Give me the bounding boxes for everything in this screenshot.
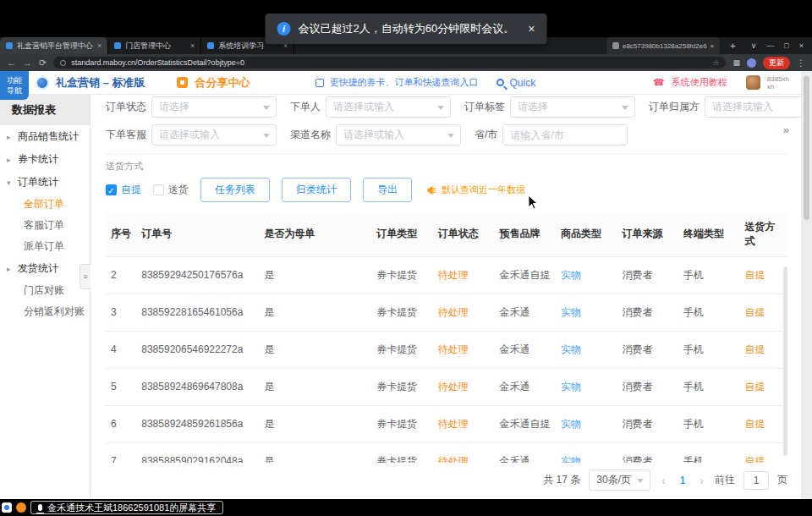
filter-order-tag: 订单标签 请选择 [464, 96, 635, 118]
sidebar-item-store-reconcile[interactable]: 门店对账 [0, 280, 90, 301]
export-button[interactable]: 导出 [363, 178, 412, 202]
tab-close-icon[interactable]: × [190, 41, 195, 50]
sidebar-item-goods-stats[interactable]: ▸ 商品销售统计 [0, 125, 90, 148]
new-tab-button[interactable]: + [723, 37, 742, 54]
pickup-checkbox[interactable]: ✓ 自提 [106, 183, 141, 197]
task-list-button[interactable]: 任务列表 [200, 178, 270, 202]
app-header: 礼盒营销 – 标准版 合分享中心 更快捷的券卡、订单和快递查询入口 Quick … [0, 71, 801, 95]
table-scrollbar[interactable] [783, 266, 787, 456]
toast-text: 会议已超过2人，自动转为60分钟限时会议。 [299, 21, 515, 36]
window-controls: ∨ — □ × [743, 37, 812, 54]
sidebar-item-coupon-stats[interactable]: ▸ 券卡统计 [0, 148, 90, 171]
province-city-input[interactable] [502, 124, 628, 145]
tab-favicon [114, 42, 121, 49]
table-row[interactable]: 483859206546922272a 是券卡提货 待处理金禾通 实物消费者 手… [106, 331, 787, 368]
maximize-icon[interactable]: □ [784, 41, 788, 50]
page-size-select[interactable]: 30条/页 [589, 469, 650, 491]
browser-menu-icon[interactable]: ⋮ [797, 58, 805, 68]
site-info-icon[interactable] [60, 60, 66, 66]
header-right: ☎ 系统使用教程 8385xh xh [653, 75, 789, 91]
chevron-down-icon [437, 106, 444, 110]
caret-right-icon: ▸ [7, 156, 14, 164]
quick-entry: 更快捷的券卡、订单和快递查询入口 Quick [315, 76, 535, 89]
browser-tab-2[interactable]: 门店管理中心 × [108, 37, 201, 54]
browser-update-button[interactable]: 更新 [763, 57, 790, 69]
share-center-icon [177, 77, 188, 88]
meeting-app-icon[interactable] [16, 502, 26, 513]
table-header-row: 序号 订单号 是否为母单 订单类型 订单状态 预售品牌 商品类型 订单来源 终端… [106, 212, 787, 256]
service-agent-select[interactable]: 请选择或输入 [151, 124, 277, 145]
table-row[interactable]: 383859228165461056a 是券卡提货 待处理金禾通 实物消费者 手… [106, 294, 787, 331]
info-icon: i [277, 22, 291, 36]
caret-down-icon: ▾ [7, 178, 14, 187]
forward-icon[interactable]: → [23, 58, 32, 68]
megaphone-icon [427, 185, 437, 195]
col-order-no: 订单号 [136, 212, 259, 256]
goto-page-input[interactable] [743, 471, 769, 490]
channel-select[interactable]: 请选择或输入 [336, 124, 461, 145]
sidebar-item-rebate-reconcile[interactable]: 分销返利对账 [0, 301, 90, 322]
page-number[interactable]: 1 [677, 475, 689, 486]
col-order-type: 订单类型 [371, 212, 433, 256]
prev-page-icon[interactable]: ‹ [659, 474, 668, 487]
table-row[interactable]: 783858859029162048a 是券卡提货 待处理金禾通 实物消费者 手… [106, 442, 787, 463]
minimize-icon[interactable]: — [766, 41, 774, 50]
page-unit: 页 [777, 473, 787, 487]
goto-label: 前往 [715, 473, 735, 487]
screen-share-indicator[interactable]: 金禾通技术王斌18662591081的屏幕共享 [30, 501, 223, 514]
order-status-select[interactable]: 请选择 [151, 96, 277, 118]
tutorial-link[interactable]: 系统使用教程 [672, 76, 727, 89]
orderer-select[interactable]: 请选择或输入 [326, 96, 451, 118]
url-bar[interactable]: standard.maboy.cn/OrderStatisticsDetail?… [53, 57, 726, 69]
checkbox-empty-icon [153, 184, 164, 195]
category-stats-button[interactable]: 归类统计 [282, 178, 351, 202]
brand-title: 礼盒营销 – 标准版 [56, 75, 145, 91]
browser-profile-avatar[interactable] [747, 58, 756, 68]
table-row[interactable]: 683858924859261856a 是券卡提货 待处理金禾通自提 实物消费者… [106, 405, 787, 442]
col-goods-type: 商品类型 [556, 212, 617, 256]
query-tip: 默认查询近一年数据 [427, 184, 525, 196]
delivery-checkbox[interactable]: 送货 [153, 183, 189, 197]
filter-orderer: 下单人 请选择或输入 [290, 96, 451, 118]
reload-icon[interactable]: ⟳ [39, 58, 47, 69]
next-page-icon[interactable]: › [697, 474, 706, 487]
order-owner-select[interactable]: 请选择或输入 [705, 96, 801, 118]
bookmark-star-icon[interactable]: ☆ [712, 58, 719, 67]
table-row[interactable]: 283859294250176576a 是券卡提货 待处理金禾通自提 实物消费者… [106, 256, 787, 294]
toast-close-icon[interactable]: × [528, 22, 535, 36]
sidebar-item-order-stats[interactable]: ▾ 订单统计 [0, 171, 90, 194]
browser-tab-hash[interactable]: e8c573980b1328a258fd2e6 × [606, 37, 720, 54]
sidebar-item-dispatch-orders[interactable]: 派单订单 [0, 236, 90, 257]
taskbar-app-icon[interactable] [2, 502, 12, 513]
tabs-menu-icon[interactable]: ∨ [751, 41, 757, 50]
tab-close-icon[interactable]: × [710, 42, 715, 50]
username: 8385xh xh [767, 75, 789, 91]
close-window-icon[interactable]: × [799, 41, 804, 50]
chevron-down-icon [622, 106, 628, 110]
function-nav-toggle[interactable]: 功能 导航 [0, 71, 29, 100]
search-icon [497, 79, 504, 86]
sidebar-item-delivery-stats[interactable]: ▸ 发货统计 [0, 257, 90, 280]
sidebar-item-service-orders[interactable]: 客服订单 [0, 215, 90, 236]
filters-collapse-icon[interactable]: » [783, 124, 789, 136]
extensions-icon[interactable]: ▦ [732, 58, 740, 67]
pagination: 共 17 条 30条/页 ‹ 1 › 前往 页 [106, 469, 787, 491]
url-text: standard.maboy.cn/OrderStatisticsDetail?… [71, 58, 244, 67]
tab-close-icon[interactable]: × [97, 41, 102, 50]
filter-channel: 渠道名称 请选择或输入 [290, 124, 461, 145]
sidebar-item-all-orders[interactable]: 全部订单 [0, 194, 90, 215]
main-content: 订单状态 请选择 下单人 请选择或输入 订单 [91, 95, 801, 499]
browser-tab-1[interactable]: 礼盒营销平台管理中心 × [0, 37, 108, 54]
table-row[interactable]: 583858924869647808a 是券卡提货 待处理金禾通 实物消费者 手… [106, 368, 787, 405]
quick-link[interactable]: Quick [509, 77, 535, 89]
back-icon[interactable]: ← [7, 58, 16, 68]
page-scrollbar[interactable] [801, 71, 812, 499]
scrollbar-thumb[interactable] [804, 76, 809, 220]
order-tag-select[interactable]: 请选择 [510, 96, 635, 118]
chevron-down-icon [447, 134, 454, 138]
browser-toolbar: ← → ⟳ standard.maboy.cn/OrderStatisticsD… [0, 54, 812, 71]
user-avatar[interactable] [746, 75, 760, 90]
sidebar-collapse-handle[interactable]: ≡ [80, 264, 91, 289]
share-center-link[interactable]: 合分享中心 [195, 75, 250, 91]
total-count: 共 17 条 [543, 473, 580, 487]
